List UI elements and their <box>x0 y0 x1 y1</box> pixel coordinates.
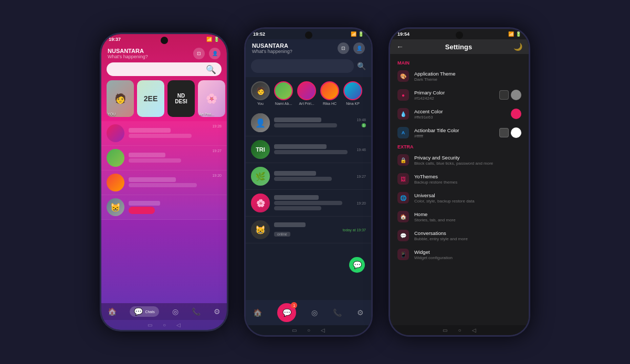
accent-color-toggle[interactable] <box>511 109 521 119</box>
p2-chat-5[interactable]: 😸 online today at 19:37 <box>246 217 371 243</box>
home-btn-3[interactable]: ○ <box>458 327 461 333</box>
story-item-3[interactable]: NDDESI <box>167 80 195 117</box>
recents-btn-3[interactable]: ◁ <box>472 327 476 333</box>
p2-chat-1[interactable]: 👤 19:48 1 <box>246 110 371 136</box>
chat-time-3: 19:20 <box>212 174 222 177</box>
notch-1 <box>161 37 168 44</box>
back-btn-3[interactable]: ▭ <box>443 327 447 333</box>
setting-yothemes[interactable]: 🖼 YoThemes Backup restore themes <box>390 169 529 188</box>
story-nami[interactable]: Nami Ab... <box>274 81 293 105</box>
nav-chats[interactable]: 💬 Chats <box>130 306 159 317</box>
setting-actionbar-color[interactable]: A Actionbar Title Color #ffffff <box>390 123 529 142</box>
setting-primary-color[interactable]: ● Primary Color #f1424242 <box>390 85 529 104</box>
p1-header: NUSANTARA What's happening? ⊡ 👤 <box>101 45 227 62</box>
story-item-4[interactable]: 🌸 Art Priri... <box>198 80 225 117</box>
chat-item-3[interactable]: 19:20 <box>101 170 227 195</box>
p2-search-box[interactable] <box>251 59 354 73</box>
accent-color-content: Accent Color #ffe91e63 <box>414 109 506 120</box>
phone-3: 19:54 📶 🔋 ← Settings 🌙 Main 🎨 Applicatio… <box>388 27 530 337</box>
recents-btn-2[interactable]: ◁ <box>321 327 325 333</box>
p2-time-2: 19:46 <box>356 148 366 152</box>
phone-2-screen: 19:52 📶 🔋 NUSANTARA What's happening? ⊡ … <box>246 29 371 335</box>
p2-chat-2[interactable]: TRI 19:46 <box>246 136 371 163</box>
home-btn-2[interactable]: ○ <box>307 327 310 333</box>
float-whatsapp-btn[interactable]: 💬 <box>349 257 365 273</box>
nav-calls[interactable]: 📞 <box>192 307 201 316</box>
setting-home[interactable]: 🏠 Home Stories, tab, and more <box>390 207 529 226</box>
chat-name-4 <box>129 201 160 206</box>
widget-content: Widget Widget configuration <box>414 249 521 260</box>
home-setting-title: Home <box>414 211 521 217</box>
nav-home[interactable]: 🏠 <box>108 307 117 316</box>
p2-settings-icon: ⚙ <box>357 308 364 317</box>
p1-header-icons: ⊡ 👤 <box>193 48 220 59</box>
back-btn-1[interactable]: ▭ <box>148 322 152 328</box>
p2-fab-btn[interactable]: 1 💬 <box>277 303 296 322</box>
actionbar-color-toggle[interactable] <box>511 127 521 138</box>
chat-item-4[interactable]: 😸 <box>101 195 227 220</box>
setting-widget[interactable]: 📱 Widget Widget configuration <box>390 245 529 264</box>
p2-nav-settings[interactable]: ⚙ <box>357 308 364 317</box>
p3-back-btn[interactable]: ← <box>396 42 404 51</box>
story-item-2[interactable]: 2EE <box>137 80 164 117</box>
app-theme-sub: Dark Theme <box>414 77 521 82</box>
actionbar-swatch-dark[interactable] <box>499 128 509 137</box>
p2-chat-4[interactable]: 🌸 19:20 <box>246 190 371 217</box>
p1-search-bar[interactable]: 🔍 <box>107 62 222 76</box>
app-theme-title: Application Theme <box>414 71 521 77</box>
chat-item-2[interactable]: 19:27 <box>101 146 227 170</box>
setting-conversations[interactable]: 💬 Conversations Bubble, entry style and … <box>390 226 529 245</box>
story-art[interactable]: Art Priri... <box>297 81 316 105</box>
status-time-2: 19:52 <box>253 31 265 37</box>
story-circle-rika <box>320 81 339 100</box>
avatar-icon[interactable]: 👤 <box>209 48 220 59</box>
p2-time-4: 19:20 <box>356 201 366 205</box>
story-nina[interactable]: Nina KP <box>343 81 362 105</box>
p2-name-5 <box>274 222 306 227</box>
story-circle-nina <box>343 81 362 100</box>
story-rika[interactable]: Rika HC <box>320 81 339 105</box>
p2-time-1: 19:48 <box>356 118 366 122</box>
p2-nav-home[interactable]: 🏠 <box>253 308 262 317</box>
phone-1: 19:37 📶 🔋 NUSANTARA What's happening? ⊡ … <box>100 33 228 331</box>
p2-cast-icon[interactable]: ⊡ <box>338 42 349 54</box>
home-btn-1[interactable]: ○ <box>163 322 166 328</box>
primary-color-toggle[interactable] <box>511 90 521 100</box>
story-item-1[interactable]: 🧑 YOU <box>107 80 134 117</box>
chat-avatar-1 <box>107 124 124 142</box>
conversations-title: Conversations <box>414 230 521 236</box>
home-indicator-3: ▭ ○ ◁ <box>390 325 529 335</box>
home-icon: 🏠 <box>108 307 117 316</box>
p2-camera-icon: ◎ <box>311 308 318 317</box>
back-btn-2[interactable]: ▭ <box>292 327 297 333</box>
setting-accent-color[interactable]: 💧 Accent Color #ffe91e63 <box>390 104 529 123</box>
setting-universal[interactable]: 🌐 Universal Color, style, backup restore… <box>390 188 529 207</box>
nav-settings[interactable]: ⚙ <box>214 307 220 316</box>
p3-theme-icon[interactable]: 🌙 <box>513 42 522 51</box>
online-indicator: 1 <box>362 123 366 127</box>
story-you[interactable]: 🧑 You <box>251 81 270 105</box>
p2-avatar-icon[interactable]: 👤 <box>353 42 365 54</box>
p2-avatar-3: 🌿 <box>251 167 270 186</box>
p2-search-icon[interactable]: 🔍 <box>357 62 366 70</box>
p2-nav-calls[interactable]: 📞 <box>333 308 342 317</box>
chat-avatar-3 <box>107 174 124 191</box>
story-circle-art <box>297 81 316 100</box>
setting-app-theme[interactable]: 🎨 Application Theme Dark Theme <box>390 67 529 85</box>
chat-item-1[interactable]: 19:28 <box>101 121 227 146</box>
conversations-icon: 💬 <box>397 230 409 241</box>
p2-name-1 <box>274 117 321 122</box>
p2-nav-camera[interactable]: ◎ <box>311 308 318 317</box>
status-icons-1: 📶 🔋 <box>206 37 219 42</box>
p2-header-info: NUSANTARA What's happening? <box>252 42 292 54</box>
recents-btn-1[interactable]: ◁ <box>176 322 181 328</box>
actionbar-color-title: Actionbar Title Color <box>414 127 494 133</box>
chat-avatar-2 <box>107 149 124 167</box>
cast-icon[interactable]: ⊡ <box>193 48 205 59</box>
chat-info-1 <box>129 128 208 139</box>
setting-privacy[interactable]: 🔒 Privacy and Security Block calls, blue… <box>390 151 529 169</box>
p2-chat-3[interactable]: 🌿 19:27 <box>246 163 371 190</box>
primary-color-swatch-dark[interactable] <box>499 90 509 100</box>
nav-camera[interactable]: ◎ <box>172 307 178 316</box>
home-setting-content: Home Stories, tab, and more <box>414 211 521 222</box>
